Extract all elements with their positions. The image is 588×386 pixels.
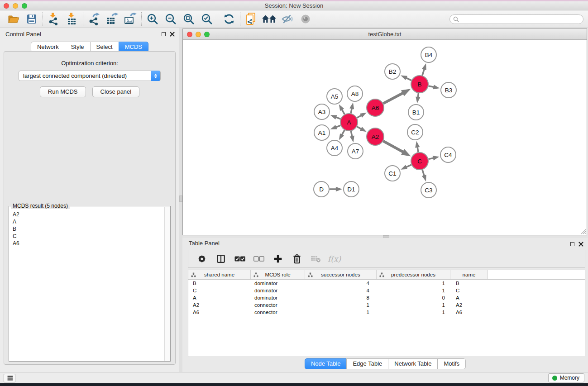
table-cell[interactable]: A [188, 294, 251, 301]
tab-network-table[interactable]: Network Table [388, 358, 438, 369]
table-cell[interactable]: C [450, 287, 488, 294]
result-item[interactable]: A [13, 218, 167, 225]
result-item[interactable]: B [13, 225, 167, 233]
network-minimize-button[interactable] [196, 32, 201, 37]
toolbar-search[interactable] [449, 14, 583, 24]
close-panel-icon[interactable] [170, 32, 175, 37]
vertical-splitter[interactable] [179, 28, 182, 372]
graph-arrowhead [330, 125, 337, 129]
float-panel-icon[interactable] [570, 242, 574, 246]
tab-motifs[interactable]: Motifs [437, 358, 466, 369]
network-zoom-button[interactable] [204, 32, 210, 37]
export-network-button[interactable] [85, 12, 103, 26]
open-session-button[interactable] [5, 12, 23, 26]
create-column-button[interactable] [270, 252, 286, 266]
table-cell[interactable]: 4 [305, 287, 377, 294]
zoom-fit-button[interactable] [180, 12, 198, 26]
refresh-layout-button[interactable] [220, 12, 238, 26]
zoom-selected-button[interactable] [198, 12, 216, 26]
table-cell[interactable]: 1 [377, 280, 450, 287]
minimize-window-button[interactable] [13, 3, 18, 9]
table-cell[interactable]: 1 [377, 301, 450, 309]
column-header-shared-name[interactable]: shared name [188, 270, 251, 279]
show-hidden-button[interactable] [296, 12, 315, 26]
table-cell[interactable]: 0 [377, 294, 450, 301]
table-cell[interactable]: connector [251, 309, 305, 316]
column-header-name[interactable]: name [450, 270, 488, 279]
column-type-icon [253, 272, 258, 277]
import-table-button[interactable] [63, 12, 81, 26]
column-header-MCDS-role[interactable]: MCDS role [251, 270, 305, 279]
result-item[interactable]: A2 [13, 211, 167, 218]
vertical-splitter-grip[interactable] [179, 195, 182, 202]
table-row[interactable]: A6connector11A6 [188, 309, 585, 316]
table-cell[interactable]: 8 [305, 294, 377, 301]
table-cell[interactable]: A6 [188, 309, 251, 316]
optimization-criterion-select[interactable]: largest connected component (directed) [19, 71, 161, 81]
delete-column-button[interactable] [289, 252, 305, 266]
table-cell[interactable]: A6 [450, 309, 488, 316]
graph-edge-A2-C[interactable] [383, 141, 406, 153]
close-panel-icon[interactable] [578, 242, 583, 247]
delete-table-button[interactable] [308, 252, 324, 266]
zoom-in-button[interactable] [143, 12, 162, 26]
table-cell[interactable]: A2 [188, 301, 251, 309]
save-session-button[interactable] [23, 12, 41, 26]
table-row[interactable]: Bdominator41B [188, 280, 585, 287]
table-settings-button[interactable] [194, 252, 210, 266]
zoom-window-button[interactable] [22, 3, 27, 9]
table-cell[interactable]: C [188, 287, 251, 294]
table-cell[interactable]: 1 [377, 287, 450, 294]
tab-node-table[interactable]: Node Table [305, 358, 347, 369]
unselect-all-columns-button[interactable] [251, 252, 267, 266]
function-builder-button[interactable]: f(x) [328, 254, 341, 263]
table-cell[interactable]: connector [251, 301, 305, 309]
close-window-button[interactable] [4, 3, 9, 9]
result-item[interactable]: C [13, 233, 167, 240]
column-header-predecessor-nodes[interactable]: predecessor nodes [377, 270, 450, 279]
table-cell[interactable]: dominator [251, 294, 305, 301]
table-cell[interactable]: 4 [305, 280, 377, 287]
table-cell[interactable]: A [450, 294, 488, 301]
duplicate-network-button[interactable] [242, 12, 260, 26]
float-panel-icon[interactable] [162, 32, 166, 36]
list-icon [6, 375, 13, 381]
zoom-out-button[interactable] [162, 12, 180, 26]
table-cell[interactable]: dominator [251, 280, 305, 287]
toolbar-divider [218, 12, 218, 26]
table-cell[interactable]: B [450, 280, 488, 287]
network-graph[interactable]: B4B2BB3A8A5A6A3B1AC2A1A2A4A7C4CC1C3DD1 [183, 40, 587, 235]
table-cell[interactable]: 1 [377, 309, 450, 316]
memory-button[interactable]: Memory [548, 373, 584, 382]
result-scrollbar[interactable] [164, 207, 170, 361]
tab-edge-table[interactable]: Edge Table [346, 358, 388, 369]
table-cell[interactable]: A2 [450, 301, 488, 309]
toolbar-divider [141, 12, 142, 26]
search-input[interactable] [461, 16, 578, 23]
table-cell[interactable]: 1 [305, 301, 377, 309]
graph-edge-A6-B[interactable] [383, 92, 405, 104]
control-panel-title: Control Panel [5, 31, 41, 38]
select-all-columns-button[interactable] [232, 252, 248, 266]
close-panel-button[interactable]: Close panel [92, 86, 140, 97]
hide-selected-button[interactable] [278, 12, 296, 26]
export-image-button[interactable] [121, 12, 139, 26]
neighbors-icon-button[interactable] [260, 12, 278, 26]
graph-node-label: B [417, 81, 421, 88]
resize-grip-icon[interactable] [580, 229, 586, 234]
show-columns-button[interactable] [213, 252, 229, 266]
run-mcds-button[interactable]: Run MCDS [40, 86, 86, 97]
network-canvas[interactable]: B4B2BB3A8A5A6A3B1AC2A1A2A4A7C4CC1C3DD1 [183, 40, 587, 235]
table-cell[interactable]: dominator [251, 287, 305, 294]
table-row[interactable]: Cdominator41C [188, 287, 585, 294]
column-header-successor-nodes[interactable]: successor nodes [305, 270, 377, 279]
network-close-button[interactable] [187, 32, 192, 37]
table-cell[interactable]: 1 [305, 309, 377, 316]
table-row[interactable]: Adominator80A [188, 294, 585, 301]
export-table-button[interactable] [103, 12, 121, 26]
result-item[interactable]: A6 [13, 240, 167, 247]
table-row[interactable]: A2connector11A2 [188, 301, 585, 309]
import-network-button[interactable] [45, 12, 63, 26]
show-panels-button[interactable] [4, 374, 15, 382]
table-cell[interactable]: B [188, 280, 251, 287]
